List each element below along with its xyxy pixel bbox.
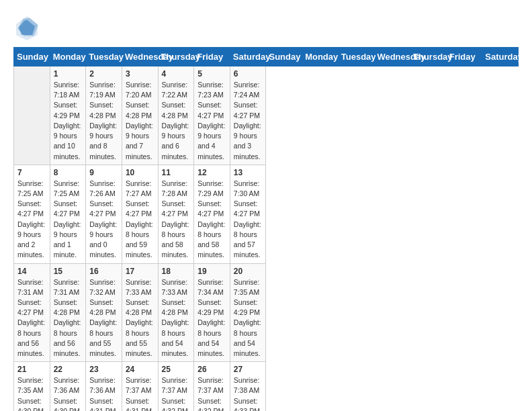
calendar-header-row: SundayMondayTuesdayWednesdayThursdayFrid… <box>14 48 519 66</box>
calendar-cell: 24Sunrise: 7:37 AMSunset: 4:31 PMDayligh… <box>122 362 158 411</box>
calendar-cell <box>14 66 50 165</box>
day-info: Sunrise: 7:25 AMSunset: 4:27 PMDaylight:… <box>54 179 83 261</box>
col-header-monday: Monday <box>302 48 339 66</box>
day-number: 3 <box>126 69 154 79</box>
day-number: 26 <box>197 365 226 374</box>
day-info: Sunrise: 7:26 AMSunset: 4:27 PMDaylight:… <box>89 179 118 261</box>
day-number: 21 <box>17 365 46 374</box>
col-header-monday: Monday <box>50 48 86 66</box>
day-number: 6 <box>234 69 263 79</box>
logo-icon <box>13 13 40 40</box>
calendar-cell: 4Sunrise: 7:22 AMSunset: 4:28 PMDaylight… <box>158 66 194 165</box>
day-number: 18 <box>162 267 191 276</box>
day-number: 7 <box>17 168 46 177</box>
day-number: 24 <box>126 365 154 374</box>
calendar-table: SundayMondayTuesdayWednesdayThursdayFrid… <box>13 47 519 411</box>
calendar-cell: 20Sunrise: 7:35 AMSunset: 4:29 PMDayligh… <box>230 263 266 362</box>
day-info: Sunrise: 7:33 AMSunset: 4:28 PMDaylight:… <box>162 277 191 359</box>
day-number: 19 <box>197 267 226 276</box>
calendar-cell: 19Sunrise: 7:34 AMSunset: 4:29 PMDayligh… <box>194 263 230 362</box>
day-number: 5 <box>197 69 226 79</box>
calendar-cell: 23Sunrise: 7:36 AMSunset: 4:31 PMDayligh… <box>86 362 122 411</box>
col-header-sunday: Sunday <box>266 48 302 66</box>
calendar-cell: 22Sunrise: 7:36 AMSunset: 4:30 PMDayligh… <box>50 362 86 411</box>
day-info: Sunrise: 7:18 AMSunset: 4:29 PMDaylight:… <box>54 80 83 162</box>
calendar-cell: 13Sunrise: 7:30 AMSunset: 4:27 PMDayligh… <box>230 165 266 263</box>
calendar-cell: 5Sunrise: 7:23 AMSunset: 4:27 PMDaylight… <box>194 66 230 165</box>
day-number: 4 <box>162 69 191 79</box>
day-info: Sunrise: 7:29 AMSunset: 4:27 PMDaylight:… <box>197 179 226 261</box>
day-number: 1 <box>54 69 83 79</box>
col-header-tuesday: Tuesday <box>338 48 374 66</box>
day-info: Sunrise: 7:37 AMSunset: 4:32 PMDaylight:… <box>197 375 226 411</box>
day-info: Sunrise: 7:32 AMSunset: 4:28 PMDaylight:… <box>89 277 118 359</box>
calendar-cell: 14Sunrise: 7:31 AMSunset: 4:27 PMDayligh… <box>14 263 50 362</box>
day-number: 27 <box>234 365 263 374</box>
calendar-week-row: 7Sunrise: 7:25 AMSunset: 4:27 PMDaylight… <box>14 165 519 263</box>
day-number: 14 <box>17 267 46 276</box>
calendar-cell: 27Sunrise: 7:38 AMSunset: 4:33 PMDayligh… <box>230 362 266 411</box>
calendar-cell: 11Sunrise: 7:28 AMSunset: 4:27 PMDayligh… <box>158 165 194 263</box>
calendar-cell: 9Sunrise: 7:26 AMSunset: 4:27 PMDaylight… <box>86 165 122 263</box>
day-number: 13 <box>234 168 263 177</box>
col-header-thursday: Thursday <box>410 48 447 66</box>
calendar-cell: 10Sunrise: 7:27 AMSunset: 4:27 PMDayligh… <box>122 165 158 263</box>
day-info: Sunrise: 7:38 AMSunset: 4:33 PMDaylight:… <box>234 375 263 411</box>
day-info: Sunrise: 7:36 AMSunset: 4:31 PMDaylight:… <box>89 375 118 411</box>
calendar-week-row: 21Sunrise: 7:35 AMSunset: 4:30 PMDayligh… <box>14 362 519 411</box>
day-number: 15 <box>54 267 83 276</box>
col-header-friday: Friday <box>194 48 230 66</box>
calendar-cell: 25Sunrise: 7:37 AMSunset: 4:32 PMDayligh… <box>158 362 194 411</box>
col-header-friday: Friday <box>446 48 482 66</box>
day-number: 17 <box>126 267 154 276</box>
day-info: Sunrise: 7:37 AMSunset: 4:32 PMDaylight:… <box>162 375 191 411</box>
col-header-wednesday: Wednesday <box>122 48 158 66</box>
calendar-cell: 1Sunrise: 7:18 AMSunset: 4:29 PMDaylight… <box>50 66 86 165</box>
calendar-cell: 16Sunrise: 7:32 AMSunset: 4:28 PMDayligh… <box>86 263 122 362</box>
col-header-saturday: Saturday <box>230 48 266 66</box>
day-info: Sunrise: 7:28 AMSunset: 4:27 PMDaylight:… <box>162 179 191 261</box>
calendar-cell: 8Sunrise: 7:25 AMSunset: 4:27 PMDaylight… <box>50 165 86 263</box>
day-number: 23 <box>89 365 118 374</box>
day-number: 22 <box>54 365 83 374</box>
day-info: Sunrise: 7:35 AMSunset: 4:30 PMDaylight:… <box>17 375 46 411</box>
day-info: Sunrise: 7:36 AMSunset: 4:30 PMDaylight:… <box>54 375 83 411</box>
calendar-cell: 6Sunrise: 7:24 AMSunset: 4:27 PMDaylight… <box>230 66 266 165</box>
day-info: Sunrise: 7:24 AMSunset: 4:27 PMDaylight:… <box>234 80 263 162</box>
col-header-sunday: Sunday <box>14 48 50 66</box>
day-number: 12 <box>197 168 226 177</box>
calendar-cell: 26Sunrise: 7:37 AMSunset: 4:32 PMDayligh… <box>194 362 230 411</box>
calendar-cell: 15Sunrise: 7:31 AMSunset: 4:28 PMDayligh… <box>50 263 86 362</box>
calendar-week-row: 1Sunrise: 7:18 AMSunset: 4:29 PMDaylight… <box>14 66 519 165</box>
day-info: Sunrise: 7:27 AMSunset: 4:27 PMDaylight:… <box>126 179 154 261</box>
calendar-cell: 12Sunrise: 7:29 AMSunset: 4:27 PMDayligh… <box>194 165 230 263</box>
calendar-cell: 7Sunrise: 7:25 AMSunset: 4:27 PMDaylight… <box>14 165 50 263</box>
day-info: Sunrise: 7:31 AMSunset: 4:28 PMDaylight:… <box>54 277 83 359</box>
day-number: 8 <box>54 168 83 177</box>
day-info: Sunrise: 7:25 AMSunset: 4:27 PMDaylight:… <box>17 179 46 261</box>
day-info: Sunrise: 7:33 AMSunset: 4:28 PMDaylight:… <box>126 277 154 359</box>
day-number: 10 <box>126 168 154 177</box>
day-info: Sunrise: 7:35 AMSunset: 4:29 PMDaylight:… <box>234 277 263 359</box>
calendar-week-row: 14Sunrise: 7:31 AMSunset: 4:27 PMDayligh… <box>14 263 519 362</box>
day-info: Sunrise: 7:19 AMSunset: 4:28 PMDaylight:… <box>89 80 118 162</box>
col-header-tuesday: Tuesday <box>86 48 122 66</box>
logo <box>13 13 44 40</box>
day-info: Sunrise: 7:22 AMSunset: 4:28 PMDaylight:… <box>162 80 191 162</box>
calendar-cell: 21Sunrise: 7:35 AMSunset: 4:30 PMDayligh… <box>14 362 50 411</box>
day-number: 2 <box>89 69 118 79</box>
col-header-wednesday: Wednesday <box>374 48 410 66</box>
col-header-thursday: Thursday <box>158 48 194 66</box>
day-number: 9 <box>89 168 118 177</box>
calendar-cell: 18Sunrise: 7:33 AMSunset: 4:28 PMDayligh… <box>158 263 194 362</box>
calendar-cell: 17Sunrise: 7:33 AMSunset: 4:28 PMDayligh… <box>122 263 158 362</box>
day-info: Sunrise: 7:34 AMSunset: 4:29 PMDaylight:… <box>197 277 226 359</box>
day-number: 11 <box>162 168 191 177</box>
day-number: 20 <box>234 267 263 276</box>
day-info: Sunrise: 7:37 AMSunset: 4:31 PMDaylight:… <box>126 375 154 411</box>
day-info: Sunrise: 7:20 AMSunset: 4:28 PMDaylight:… <box>126 80 154 162</box>
day-info: Sunrise: 7:23 AMSunset: 4:27 PMDaylight:… <box>197 80 226 162</box>
day-number: 25 <box>162 365 191 374</box>
col-header-saturday: Saturday <box>482 48 519 66</box>
day-info: Sunrise: 7:31 AMSunset: 4:27 PMDaylight:… <box>17 277 46 359</box>
